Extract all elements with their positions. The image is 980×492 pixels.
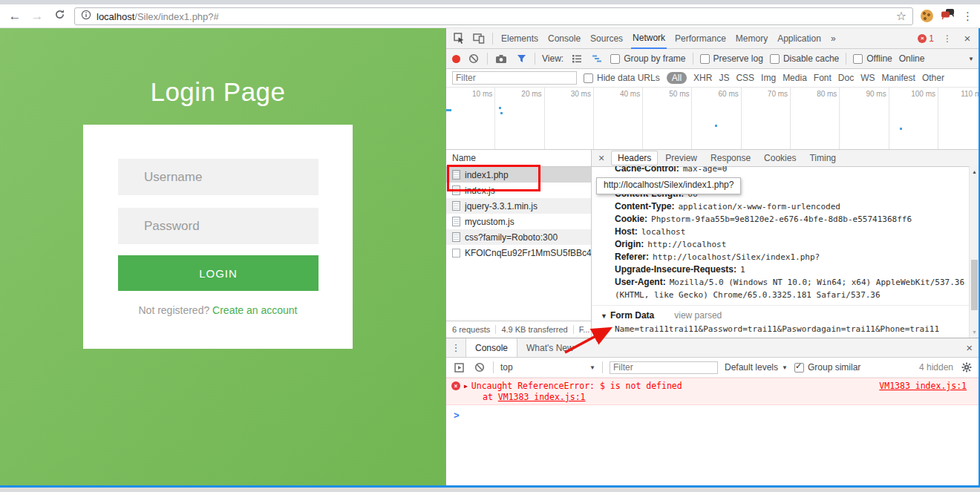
scroll-up-icon[interactable]: ▲	[972, 169, 977, 174]
view-waterfall-icon[interactable]	[590, 54, 604, 63]
detail-tab-response[interactable]: Response	[705, 151, 757, 165]
browser-toolbar: ← → localhost/Silex/index1.php?# ☆ ⋮	[0, 4, 980, 28]
form-data-value[interactable]: Name=trai11trai11&Password=trai11&Paswor…	[592, 322, 970, 337]
levels-caret-icon: ▼	[782, 364, 788, 371]
error-message-text: Uncaught ReferenceError: $ is not define…	[471, 381, 682, 391]
detail-tab-headers[interactable]: Headers	[611, 151, 658, 165]
inspect-element-icon[interactable]	[452, 33, 466, 44]
error-source-link[interactable]: VM1383 index.js:1	[879, 381, 967, 391]
create-account-link[interactable]: Create an account	[212, 304, 297, 316]
network-filter-input[interactable]	[452, 71, 577, 85]
view-list-icon[interactable]	[570, 54, 584, 63]
filter-type-css[interactable]: CSS	[736, 73, 754, 83]
execution-context-icon[interactable]	[453, 363, 466, 373]
ruler-tick: 90 ms	[840, 88, 889, 150]
console-prompt-chevron[interactable]: >	[454, 410, 460, 421]
filter-type-other[interactable]: Other	[922, 73, 944, 83]
filter-type-all[interactable]: All	[667, 72, 687, 84]
offline-toggle[interactable]: Offline	[853, 53, 892, 64]
throttling-select[interactable]: Online	[899, 53, 925, 64]
filter-type-manifest[interactable]: Manifest	[882, 73, 915, 83]
filter-type-xhr[interactable]: XHR	[693, 73, 712, 83]
request-row-font-file[interactable]: KFOlCnqEu92Fr1MmSU5fBBc4....	[446, 245, 591, 260]
devtools-close-icon[interactable]: ×	[961, 32, 974, 45]
tab-console[interactable]: Console	[546, 29, 582, 48]
disable-cache-toggle[interactable]: Disable cache	[770, 53, 839, 64]
hide-data-urls-checkbox[interactable]	[584, 73, 593, 83]
context-selector[interactable]: top ▼	[500, 362, 595, 373]
filter-type-img[interactable]: Img	[761, 73, 776, 83]
tab-elements[interactable]: Elements	[500, 29, 540, 48]
preserve-log-label: Preserve log	[713, 53, 763, 64]
more-tabs-icon[interactable]: »	[829, 29, 837, 48]
disable-cache-checkbox[interactable]	[770, 54, 780, 64]
browser-menu-icon[interactable]: ⋮	[962, 10, 973, 23]
username-field[interactable]	[118, 159, 318, 195]
tab-application[interactable]: Application	[776, 29, 823, 48]
clear-icon[interactable]	[467, 53, 480, 64]
ruler-tick: 110 ms	[938, 88, 980, 150]
ruler-tick: 60 ms	[692, 88, 741, 150]
console-error-entry[interactable]: × ▶ Uncaught ReferenceError: $ is not de…	[446, 378, 980, 405]
info-icon[interactable]	[81, 10, 91, 23]
password-field[interactable]	[118, 208, 318, 244]
ruler-tick: 30 ms	[545, 88, 594, 150]
tab-performance[interactable]: Performance	[673, 29, 728, 48]
waterfall-dot	[900, 128, 902, 130]
clear-console-icon[interactable]	[473, 362, 486, 373]
detail-tab-preview[interactable]: Preview	[659, 151, 703, 165]
address-bar[interactable]: localhost/Silex/index1.php?# ☆	[74, 7, 913, 25]
console-filter-input[interactable]	[610, 361, 718, 374]
bookmark-star-icon[interactable]: ☆	[896, 9, 906, 23]
error-count-badge[interactable]: × 1	[918, 33, 934, 44]
url-text[interactable]: localhost/Silex/index1.php?#	[97, 10, 219, 23]
cookie-extension-icon[interactable]	[921, 10, 933, 22]
group-similar-toggle[interactable]: Group similar	[794, 362, 860, 373]
stack-frame-link[interactable]: VM1383 index.js:1	[498, 392, 586, 402]
record-icon[interactable]	[452, 55, 460, 63]
filter-type-doc[interactable]: Doc	[838, 73, 854, 83]
tab-sources[interactable]: Sources	[589, 29, 624, 48]
hide-data-urls-label: Hide data URLs	[597, 73, 660, 83]
hide-data-urls-toggle[interactable]: Hide data URLs	[584, 73, 660, 83]
throttling-caret-icon[interactable]: ▼	[968, 56, 974, 62]
view-parsed-link[interactable]: view parsed	[674, 310, 722, 321]
form-data-section-header[interactable]: ▼Form Dataview parsed	[592, 305, 970, 322]
forward-icon[interactable]: →	[30, 9, 45, 24]
offline-checkbox[interactable]	[853, 54, 863, 64]
detail-close-icon[interactable]: ×	[596, 152, 607, 164]
scroll-down-icon[interactable]: ▼	[972, 329, 977, 335]
reload-icon[interactable]	[52, 9, 67, 24]
drawer-menu-icon[interactable]: ⋮	[446, 342, 466, 353]
preserve-log-checkbox[interactable]	[700, 54, 710, 64]
back-icon[interactable]: ←	[7, 9, 22, 24]
tab-network[interactable]: Network	[631, 28, 667, 49]
detail-tab-cookies[interactable]: Cookies	[758, 151, 802, 165]
device-toolbar-icon[interactable]	[472, 33, 486, 44]
filter-type-js[interactable]: JS	[719, 73, 729, 83]
network-overview-timeline[interactable]: 10 ms 20 ms 30 ms 40 ms 50 ms 60 ms 70 m…	[446, 88, 980, 150]
preserve-log-toggle[interactable]: Preserve log	[700, 53, 763, 64]
tab-memory[interactable]: Memory	[734, 29, 769, 48]
expand-triangle-icon[interactable]: ▶	[464, 383, 468, 390]
filter-type-font[interactable]: Font	[814, 73, 832, 83]
group-by-frame-toggle[interactable]: Group by frame	[610, 53, 685, 64]
group-by-frame-checkbox[interactable]	[610, 54, 620, 64]
login-button[interactable]: LOGIN	[118, 255, 318, 291]
detail-tab-timing[interactable]: Timing	[803, 151, 842, 165]
scrollbar-thumb[interactable]	[971, 260, 978, 310]
chat-extension-icon[interactable]	[941, 8, 955, 24]
group-similar-checkbox[interactable]	[794, 363, 804, 373]
drawer-tab-console[interactable]: Console	[466, 338, 517, 357]
console-settings-gear-icon[interactable]	[960, 362, 973, 373]
request-row-mycustom[interactable]: mycustom.js	[446, 214, 591, 229]
devtools-menu-icon[interactable]: ⋮	[941, 33, 954, 44]
log-levels-select[interactable]: Default levels ▼	[725, 362, 788, 373]
filter-type-media[interactable]: Media	[783, 73, 807, 83]
drawer-close-icon[interactable]: ×	[966, 341, 973, 354]
filter-funnel-icon[interactable]	[514, 54, 528, 63]
filter-type-ws[interactable]: WS	[860, 73, 875, 83]
capture-screenshots-icon[interactable]	[494, 54, 508, 64]
request-row-css-roboto[interactable]: css?family=Roboto:300	[446, 229, 591, 245]
request-row-jquery[interactable]: jquery-3.3.1.min.js	[446, 198, 591, 214]
